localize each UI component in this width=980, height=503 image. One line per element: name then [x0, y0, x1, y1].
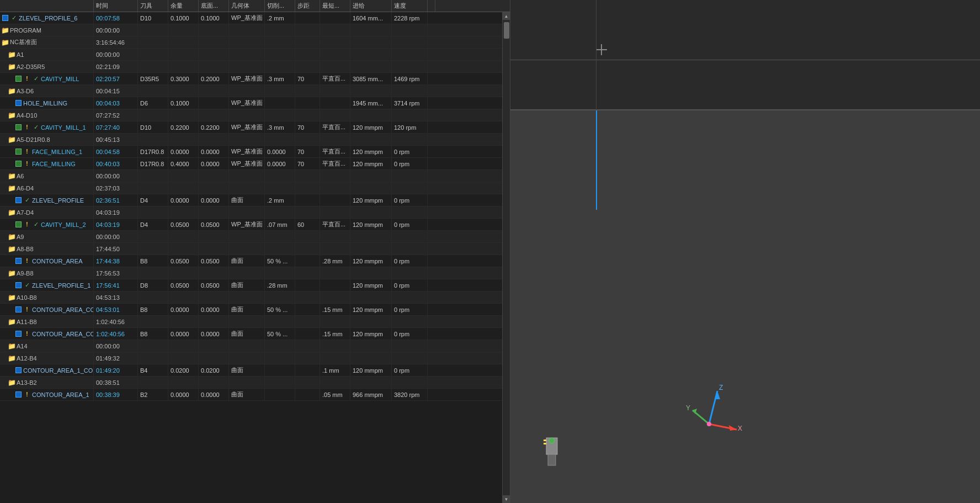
table-row[interactable]: ! CONTOUR_AREA_COPY_C... 04:53:01 B8 0.0…: [0, 304, 510, 316]
cell-speed: [392, 109, 428, 121]
scroll-down-button[interactable]: ▼: [503, 495, 510, 503]
folder-icon: 📁: [8, 318, 15, 326]
table-row[interactable]: 📁 A1 00:00:00: [0, 49, 510, 61]
cell-step: [295, 255, 320, 267]
table-row[interactable]: !✓ CAVITY_MILL_2 04:03:19 D4 0.0500 0.05…: [0, 219, 510, 231]
table-row[interactable]: ✓ ZLEVEL_PROFILE_1 17:56:41 D8 0.0500 0.…: [0, 279, 510, 292]
cell-tool: [138, 352, 168, 364]
op-blue-icon: [14, 306, 22, 314]
cell-yu: 0.0000: [168, 389, 199, 400]
table-row[interactable]: 📁 A9 00:00:00: [0, 231, 510, 243]
cell-cut: 50 % ...: [265, 328, 295, 340]
col-header-time: 时间: [94, 0, 138, 12]
table-row[interactable]: 📁 PROGRAM 00:00:00: [0, 24, 510, 36]
table-row[interactable]: 📁 A4-D10 07:27:52: [0, 109, 510, 121]
cell-step: [295, 267, 320, 279]
table-row[interactable]: ! FACE_MILLING 00:40:03 D17R0.8 0.4000 0…: [0, 158, 510, 170]
cell-min: [320, 85, 350, 97]
cell-feed: 1945 mm...: [350, 97, 392, 109]
table-row[interactable]: 📁 A7-D4 04:03:19: [0, 207, 510, 219]
cell-yu: 0.0000: [168, 304, 199, 315]
cell-feed: [350, 109, 392, 121]
op-name-label: CONTOUR_AREA: [32, 258, 82, 264]
cell-step: [295, 61, 320, 72]
scroll-thumb[interactable]: [504, 22, 509, 39]
table-row[interactable]: ! CONTOUR_AREA_COPY 1:02:40:56 B8 0.0000…: [0, 328, 510, 340]
cell-geo: [229, 170, 265, 182]
table-row[interactable]: 📁 A5-D21R0.8 00:45:13: [0, 134, 510, 146]
cell-min: 平直百...: [320, 73, 350, 84]
cell-geo: 曲面: [229, 364, 265, 376]
table-row[interactable]: 📁 A12-B4 01:49:32: [0, 352, 510, 364]
table-row[interactable]: 📁 A14 00:00:00: [0, 340, 510, 352]
cell-feed: 3085 mm...: [350, 73, 392, 84]
cell-di: 0.0000: [199, 194, 229, 206]
table-row[interactable]: ! FACE_MILLING_1 00:04:58 D17R0.8 0.0000…: [0, 146, 510, 158]
table-row[interactable]: 📁 A10-B8 04:53:13: [0, 292, 510, 304]
scrollbar[interactable]: ▲ ▼: [502, 12, 510, 503]
cell-min: [320, 340, 350, 352]
op-name-label: ZLEVEL_PROFILE_1: [32, 282, 90, 289]
table-row[interactable]: 📁 A13-B2 00:38:51: [0, 377, 510, 389]
table-row[interactable]: ✓ ZLEVEL_PROFILE_6 00:07:58 D10 0.1000 0…: [0, 12, 510, 24]
cell-cut: [265, 36, 295, 48]
cell-step: [295, 316, 320, 327]
checkmark-icon: ✓: [32, 124, 40, 131]
cell-time: 01:49:20: [94, 364, 138, 376]
op-name-label: CONTOUR_AREA_COPY_C...: [32, 306, 94, 313]
cell-name: 📁 A6-D4: [0, 182, 94, 194]
table-row[interactable]: ✓ ZLEVEL_PROFILE 02:36:51 D4 0.0000 0.00…: [0, 194, 510, 207]
op-name-label: A14: [17, 343, 28, 350]
cell-tool: [138, 243, 168, 255]
table-row[interactable]: 📁 A3-D6 00:04:15: [0, 85, 510, 97]
folder-icon: 📁: [8, 245, 15, 253]
operation-table[interactable]: 时间 刀具 余量 底面... 几何体 切削... 步距 最短... 进给 速度 …: [0, 0, 510, 503]
cell-tool: D10: [138, 12, 168, 24]
cell-di: [199, 170, 229, 182]
table-row[interactable]: 📁 A11-B8 1:02:40:56: [0, 316, 510, 328]
cell-step: 70: [295, 158, 320, 170]
cell-yu: [168, 267, 199, 279]
cell-yu: 0.0000: [168, 328, 199, 340]
table-row[interactable]: 📁 A6 00:00:00: [0, 170, 510, 182]
cell-di: 0.1000: [199, 12, 229, 24]
cell-min: [320, 109, 350, 121]
table-row[interactable]: CONTOUR_AREA_1_COPY 01:49:20 B4 0.0200 0…: [0, 364, 510, 377]
cell-feed: 120 mmpm: [350, 158, 392, 170]
cell-yu: [168, 182, 199, 194]
cell-time: 00:04:58: [94, 146, 138, 157]
cell-min: [320, 12, 350, 24]
table-row[interactable]: HOLE_MILLING 00:04:03 D6 0.1000 WP_基准面 1…: [0, 97, 510, 109]
scroll-up-button[interactable]: ▲: [503, 12, 510, 20]
table-row[interactable]: 📁 A8-B8 17:44:50: [0, 243, 510, 255]
cell-name: ✓ ZLEVEL_PROFILE: [0, 194, 94, 206]
cell-time: 07:27:40: [94, 121, 138, 133]
folder-icon: 📁: [1, 39, 9, 46]
table-row[interactable]: ! CONTOUR_AREA_1 00:38:39 B2 0.0000 0.00…: [0, 389, 510, 401]
viewport-bottom: Z Y X: [510, 110, 980, 503]
cell-yu: [168, 340, 199, 352]
table-row[interactable]: 📁 NC基准面 3:16:54:46: [0, 36, 510, 49]
cell-di: [199, 352, 229, 364]
cell-speed: 0 rpm: [392, 158, 428, 170]
folder-icon: 📁: [8, 269, 15, 277]
cell-step: [295, 377, 320, 388]
cell-tool: D6: [138, 97, 168, 109]
cell-yu: 0.1000: [168, 12, 199, 24]
cell-step: [295, 243, 320, 255]
cell-min: [320, 292, 350, 303]
folder-icon: 📁: [8, 209, 15, 216]
cell-name: 📁 A11-B8: [0, 316, 94, 327]
cell-tool: B2: [138, 389, 168, 400]
cell-geo: [229, 231, 265, 242]
table-row[interactable]: 📁 A2-D35R5 02:21:09: [0, 61, 510, 73]
cell-tool: [138, 109, 168, 121]
table-row[interactable]: ! CONTOUR_AREA 17:44:38 B8 0.0500 0.0500…: [0, 255, 510, 267]
table-row[interactable]: !✓ CAVITY_MILL_1 07:27:40 D10 0.2200 0.2…: [0, 121, 510, 134]
cell-cut: [265, 389, 295, 400]
table-row[interactable]: 📁 A9-B8 17:56:53: [0, 267, 510, 279]
svg-rect-11: [548, 454, 556, 465]
op-name-label: CAVITY_MILL: [41, 76, 79, 82]
table-row[interactable]: !✓ CAVITY_MILL 02:20:57 D35R5 0.3000 0.2…: [0, 73, 510, 85]
table-row[interactable]: 📁 A6-D4 02:37:03: [0, 182, 510, 194]
